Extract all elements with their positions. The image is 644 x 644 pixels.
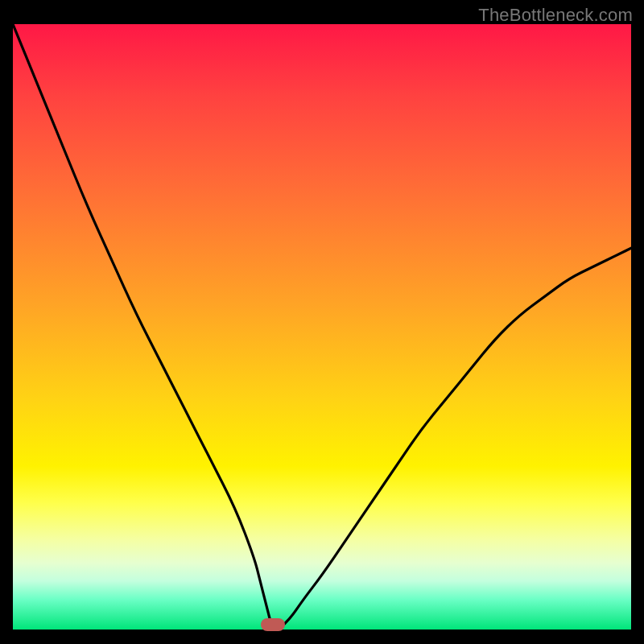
- minimum-marker: [261, 618, 285, 631]
- bottleneck-curve: [13, 24, 631, 630]
- plot-area: [13, 24, 631, 630]
- chart-frame: TheBottleneck.com: [0, 0, 644, 644]
- curve-path: [13, 24, 631, 630]
- watermark-text: TheBottleneck.com: [478, 5, 633, 26]
